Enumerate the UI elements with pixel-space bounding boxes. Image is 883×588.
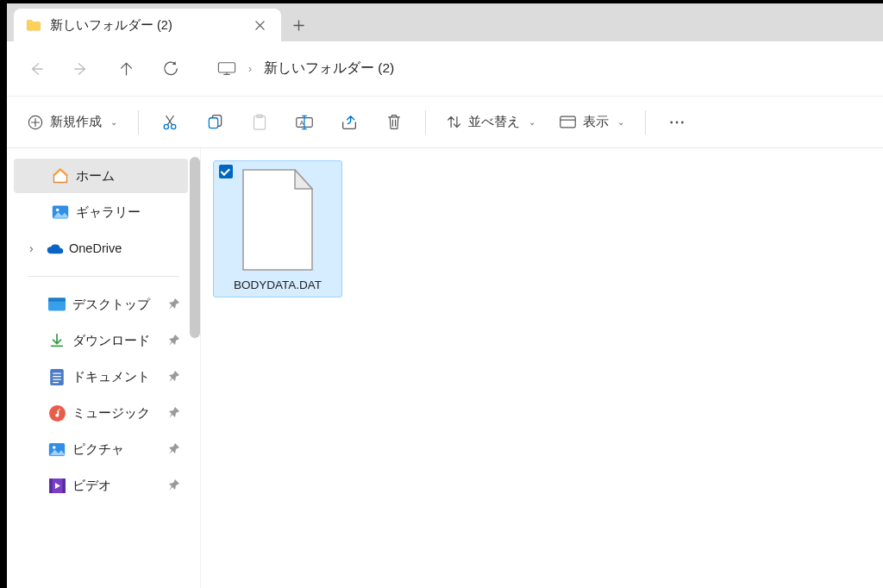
svg-text:A: A	[300, 119, 305, 127]
new-label: 新規作成	[50, 114, 102, 130]
pc-icon	[217, 62, 236, 76]
download-icon	[48, 332, 66, 349]
cut-button[interactable]	[149, 105, 191, 140]
svg-point-20	[53, 446, 56, 449]
sidebar-item-home[interactable]: ホーム	[14, 159, 188, 193]
sidebar-videos-label: ビデオ	[72, 478, 111, 494]
sidebar-home-label: ホーム	[76, 168, 115, 185]
chevron-down-icon: ⌄	[110, 117, 117, 127]
refresh-button[interactable]	[150, 48, 191, 90]
trash-icon	[386, 114, 402, 130]
more-button[interactable]	[656, 105, 698, 140]
sidebar-pictures-label: ピクチャ	[72, 441, 124, 458]
pictures-icon	[48, 441, 66, 458]
back-button[interactable]	[16, 48, 57, 90]
sidebar-downloads-label: ダウンロード	[72, 333, 150, 349]
copy-icon	[207, 114, 223, 130]
new-button[interactable]: 新規作成 ⌄	[17, 105, 128, 140]
share-icon	[341, 115, 358, 130]
sidebar-onedrive-label: OneDrive	[69, 241, 122, 255]
onedrive-icon	[47, 240, 64, 257]
tab-close-button[interactable]	[248, 14, 271, 36]
sidebar-item-documents[interactable]: ドキュメント	[14, 360, 188, 394]
sidebar-item-gallery[interactable]: ギャラリー	[14, 195, 188, 229]
arrow-right-icon	[73, 61, 89, 77]
music-icon	[48, 404, 66, 422]
sort-label: 並べ替え	[468, 114, 520, 130]
sidebar-item-pictures[interactable]: ピクチャ	[14, 432, 188, 466]
file-content-area[interactable]: BODYDATA.DAT	[200, 148, 883, 588]
pin-icon	[167, 297, 181, 311]
sidebar-gallery-label: ギャラリー	[76, 204, 141, 221]
gallery-icon	[52, 203, 69, 221]
sidebar: ホーム ギャラリー OneDrive デスクトップ ダウンロード ドキュメント	[7, 148, 200, 588]
sort-icon	[447, 115, 461, 129]
svg-rect-0	[218, 62, 235, 72]
main-area: ホーム ギャラリー OneDrive デスクトップ ダウンロード ドキュメント	[7, 148, 883, 588]
more-icon	[669, 120, 685, 125]
file-name: BODYDATA.DAT	[234, 278, 322, 291]
svg-rect-9	[560, 116, 575, 128]
paste-button	[239, 105, 280, 140]
svg-point-11	[676, 121, 679, 123]
delete-button[interactable]	[373, 105, 415, 140]
generic-file-icon	[235, 168, 321, 272]
chevron-down-icon: ⌄	[617, 117, 624, 127]
sidebar-music-label: ミュージック	[72, 405, 150, 422]
svg-point-10	[670, 121, 673, 123]
rename-icon: A	[296, 115, 313, 130]
arrow-up-icon	[119, 61, 134, 77]
video-icon	[48, 477, 66, 494]
breadcrumb-current[interactable]: 新しいフォルダー (2)	[264, 59, 394, 78]
sidebar-scrollbar[interactable]	[190, 157, 200, 338]
forward-button[interactable]	[60, 48, 102, 90]
sidebar-desktop-label: デスクトップ	[72, 297, 150, 313]
view-icon	[560, 116, 576, 128]
svg-rect-5	[254, 116, 265, 129]
view-label: 表示	[583, 114, 609, 130]
svg-rect-22	[49, 479, 52, 493]
pin-icon	[167, 370, 181, 384]
sidebar-item-downloads[interactable]: ダウンロード	[14, 323, 188, 358]
file-item[interactable]: BODYDATA.DAT	[213, 160, 342, 297]
up-button[interactable]	[105, 48, 147, 90]
desktop-icon	[48, 296, 66, 313]
chevron-right-icon: ›	[248, 63, 252, 75]
new-tab-button[interactable]	[281, 9, 316, 41]
pin-icon	[167, 406, 181, 420]
plus-icon	[293, 20, 304, 31]
pin-icon	[167, 479, 181, 492]
file-checkbox[interactable]	[219, 165, 233, 178]
view-button[interactable]: 表示 ⌄	[549, 105, 635, 140]
share-button[interactable]	[329, 105, 370, 140]
sidebar-item-music[interactable]: ミュージック	[14, 396, 188, 430]
home-icon	[52, 167, 69, 185]
breadcrumb[interactable]: › 新しいフォルダー (2)	[207, 52, 874, 86]
chevron-down-icon: ⌄	[529, 117, 535, 127]
arrow-left-icon	[28, 61, 44, 77]
sidebar-documents-label: ドキュメント	[72, 369, 150, 385]
toolbar: 新規作成 ⌄ A 並べ替え ⌄ 表示 ⌄	[7, 97, 883, 148]
svg-rect-16	[48, 298, 66, 302]
navigation-bar: › 新しいフォルダー (2)	[7, 41, 883, 97]
svg-point-14	[56, 209, 59, 212]
copy-button[interactable]	[194, 105, 235, 140]
tab-title: 新しいフォルダー (2)	[50, 17, 240, 34]
tab-bar: 新しいフォルダー (2)	[7, 3, 883, 41]
sort-button[interactable]: 並べ替え ⌄	[436, 105, 546, 140]
svg-rect-4	[209, 118, 217, 128]
refresh-icon	[163, 61, 178, 77]
document-icon	[48, 368, 66, 385]
sidebar-item-onedrive[interactable]: OneDrive	[14, 231, 188, 266]
svg-point-12	[681, 121, 684, 123]
pin-icon	[167, 334, 181, 347]
sidebar-item-videos[interactable]: ビデオ	[14, 468, 188, 503]
close-icon	[255, 21, 265, 30]
separator	[645, 110, 646, 134]
pin-icon	[167, 442, 181, 456]
tab-current[interactable]: 新しいフォルダー (2)	[14, 9, 281, 41]
separator	[138, 110, 139, 134]
rename-button[interactable]: A	[284, 105, 325, 140]
separator	[28, 276, 179, 277]
sidebar-item-desktop[interactable]: デスクトップ	[14, 287, 188, 322]
